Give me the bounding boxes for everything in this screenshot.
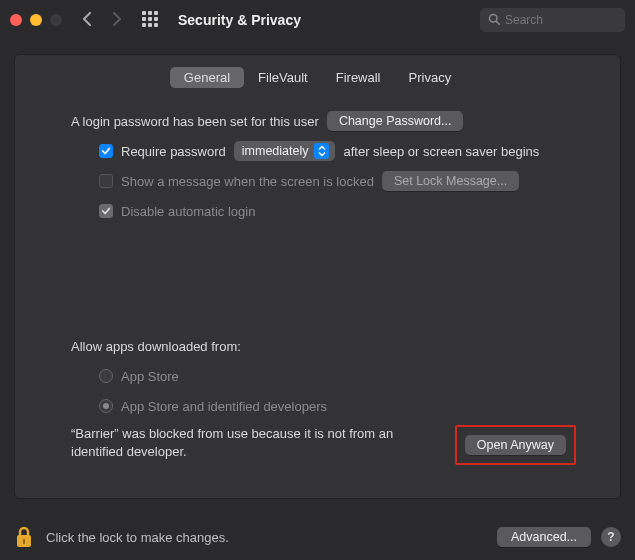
traffic-lights <box>10 14 62 26</box>
tab-firewall[interactable]: Firewall <box>322 67 395 88</box>
zoom-button <box>50 14 62 26</box>
svg-line-1 <box>496 21 499 24</box>
change-password-button[interactable]: Change Password... <box>327 111 464 131</box>
lock-icon[interactable] <box>14 524 34 550</box>
help-button[interactable]: ? <box>601 527 621 547</box>
dropdown-value: immediately <box>242 144 309 158</box>
tab-privacy[interactable]: Privacy <box>395 67 466 88</box>
show-all-icon[interactable] <box>142 11 160 29</box>
radio-app-store-identified <box>99 399 113 413</box>
search-input[interactable] <box>505 13 617 27</box>
radio-app-store-label: App Store <box>121 369 179 384</box>
radio-app-store <box>99 369 113 383</box>
login-password-text: A login password has been set for this u… <box>71 114 319 129</box>
open-anyway-highlight: Open Anyway <box>455 425 576 465</box>
disable-auto-login-checkbox <box>99 204 113 218</box>
require-password-delay-dropdown[interactable]: immediately <box>234 141 336 161</box>
set-lock-message-button: Set Lock Message... <box>382 171 519 191</box>
footer-bar: Click the lock to make changes. Advanced… <box>14 524 621 550</box>
require-password-label: Require password <box>121 144 226 159</box>
advanced-button[interactable]: Advanced... <box>497 527 591 547</box>
dropdown-stepper-icon <box>314 143 329 159</box>
tab-general[interactable]: General <box>170 67 244 88</box>
tab-content-general: A login password has been set for this u… <box>15 88 620 465</box>
blocked-app-message: “Barrier” was blocked from use because i… <box>71 425 411 460</box>
back-button[interactable] <box>76 12 98 29</box>
minimize-button[interactable] <box>30 14 42 26</box>
tab-filevault[interactable]: FileVault <box>244 67 322 88</box>
radio-app-store-identified-label: App Store and identified developers <box>121 399 327 414</box>
require-password-checkbox[interactable] <box>99 144 113 158</box>
main-panel: General FileVault Firewall Privacy A log… <box>14 54 621 499</box>
page-title: Security & Privacy <box>178 12 301 28</box>
titlebar: Security & Privacy <box>0 0 635 40</box>
tab-bar: General FileVault Firewall Privacy <box>15 67 620 88</box>
show-message-checkbox <box>99 174 113 188</box>
svg-rect-3 <box>23 539 25 544</box>
lock-hint-text: Click the lock to make changes. <box>46 530 229 545</box>
forward-button <box>106 12 128 29</box>
close-button[interactable] <box>10 14 22 26</box>
disable-auto-login-label: Disable automatic login <box>121 204 255 219</box>
require-password-suffix: after sleep or screen saver begins <box>343 144 539 159</box>
show-message-label: Show a message when the screen is locked <box>121 174 374 189</box>
search-box[interactable] <box>480 8 625 32</box>
allow-apps-header: Allow apps downloaded from: <box>71 339 241 354</box>
open-anyway-button[interactable]: Open Anyway <box>465 435 566 455</box>
search-icon <box>488 13 500 28</box>
